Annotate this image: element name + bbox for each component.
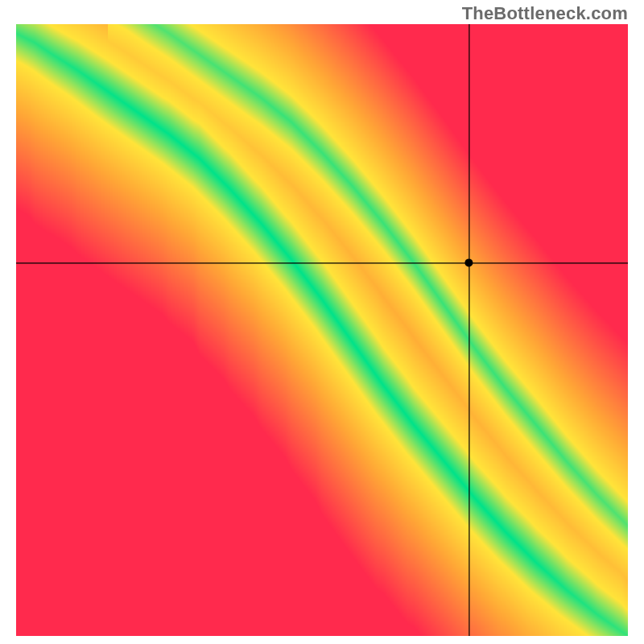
watermark-label: TheBottleneck.com bbox=[462, 3, 628, 24]
bottleneck-heatmap bbox=[16, 24, 628, 636]
